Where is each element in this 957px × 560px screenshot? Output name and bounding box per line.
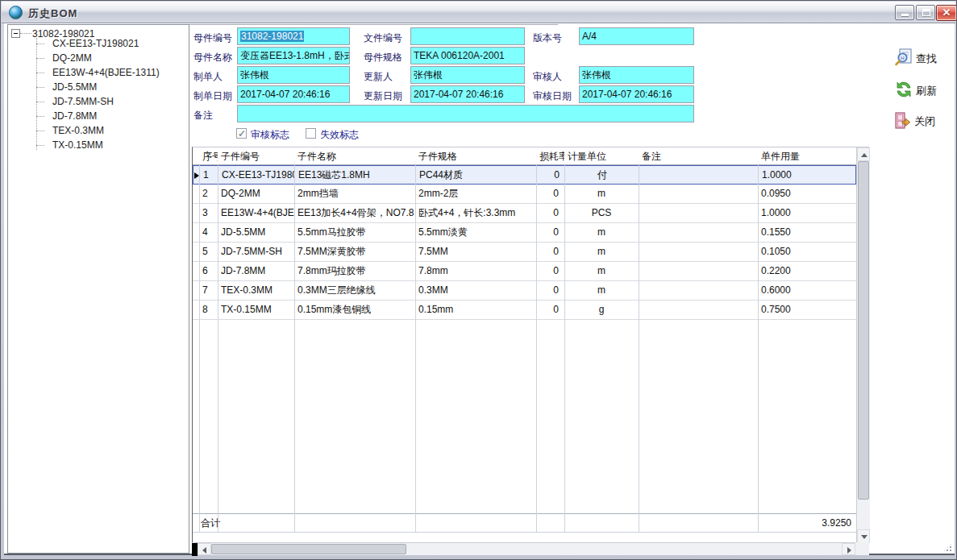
exit-button[interactable]: 关闭 [893, 110, 957, 131]
titlebar[interactable]: 历史BOM ✕ [2, 2, 955, 23]
invalid-flag-checkbox[interactable] [306, 128, 316, 139]
table-cell: 0 [536, 301, 564, 320]
table-cell: 8 [199, 301, 218, 320]
tree-item[interactable]: JD-5.5MM [36, 80, 160, 94]
minimize-button[interactable] [895, 5, 914, 20]
column-header[interactable]: 子件规格 [415, 147, 536, 165]
parent-spec-field[interactable]: TEKA 006120A-2001 [410, 47, 525, 64]
close-button[interactable]: ✕ [936, 5, 957, 21]
tree-item[interactable]: CX-EE13-TJ198021 [36, 36, 160, 51]
table-row[interactable]: 8TX-0.15MM0.15mm漆包铜线0.15mm0g0.7500 [193, 301, 856, 320]
parent-name-field[interactable]: 变压器EE13-1.8mH，卧式 [237, 47, 350, 64]
horizontal-scrollbar[interactable] [192, 542, 855, 555]
find-button[interactable]: H 查找 [894, 48, 957, 68]
review-flag-label: 审核标志 [251, 128, 289, 142]
svg-text:H: H [901, 56, 904, 60]
table-cell: 0.3MM三层绝缘线 [294, 281, 415, 301]
column-header[interactable]: 子件名称 [294, 147, 415, 165]
down-arrow-icon [861, 535, 868, 539]
table-cell: 0 [536, 262, 564, 281]
grid-line [536, 165, 537, 533]
table-cell: 0 [536, 185, 564, 204]
label-file-number: 文件编号 [364, 31, 402, 45]
grid-body: 序号子件编号子件名称子件规格损耗率计量单位备注单件用量 1CX-EE13-TJ1… [193, 147, 856, 543]
label-parent-number: 母件编号 [193, 31, 232, 45]
horizontal-scroll-thumb[interactable] [211, 544, 406, 554]
table-cell: 0.1550 [758, 223, 856, 243]
grid-line [199, 165, 200, 533]
table-cell: 1.0000 [758, 204, 856, 223]
table-cell: m [564, 262, 639, 281]
vertical-scroll-thumb[interactable] [858, 161, 869, 500]
column-header[interactable]: 子件编号 [218, 147, 294, 165]
vertical-scrollbar[interactable] [856, 147, 870, 543]
close-icon: ✕ [937, 6, 956, 19]
updater-field[interactable]: 张伟根 [410, 66, 525, 84]
table-row[interactable]: 2DQ-2MM2mm挡墙2mm-2层0m0.0950 [193, 185, 856, 204]
creator-field[interactable]: 张伟根 [237, 66, 350, 84]
table-row[interactable]: 3EE13W-4+4(BJEE-1311)EE13加长4+4骨架，NO7.8卧式… [193, 204, 856, 223]
label-reviewer: 审核人 [533, 70, 562, 84]
scroll-left-button[interactable] [198, 543, 211, 555]
table-cell [639, 243, 758, 262]
scroll-up-button[interactable] [857, 147, 870, 161]
minimize-icon [901, 14, 909, 16]
table-row[interactable]: 1CX-EE13-TJ198021EE13磁芯1.8MHPC44材质0付1.00… [193, 165, 856, 185]
tree-item[interactable]: EE13W-4+4(BJEE-1311) [36, 65, 160, 80]
table-cell: 0.3MM [415, 281, 536, 301]
column-header[interactable]: 序号 [199, 147, 218, 165]
create-date-field[interactable]: 2017-04-07 20:46:16 [237, 85, 350, 103]
scroll-right-button[interactable] [842, 543, 855, 555]
label-remarks: 备注 [193, 109, 213, 122]
tree-item[interactable]: JD-7.8MM [36, 109, 160, 123]
grid-line [639, 165, 639, 533]
scroll-down-button[interactable] [857, 529, 870, 543]
table-cell [639, 204, 758, 223]
table-row[interactable]: 5JD-7.5MM-SH7.5MM深黄胶带7.5MM0m0.1050 [193, 243, 856, 262]
table-cell: TEX-0.3MM [218, 281, 294, 301]
table-cell: JD-7.8MM [218, 262, 294, 281]
column-header[interactable]: 备注 [639, 147, 758, 165]
table-cell: 0.15mm漆包铜线 [294, 301, 415, 320]
window-title: 历史BOM [28, 6, 77, 21]
tree-connector [20, 33, 31, 34]
column-header[interactable]: 单件用量 [758, 147, 856, 165]
table-cell [639, 281, 758, 301]
table-row[interactable]: 6JD-7.8MM7.8mm玛拉胶带7.8mm0m0.2200 [193, 262, 856, 281]
grid-line [415, 165, 416, 533]
exit-button-label: 关闭 [914, 114, 935, 129]
tree-item[interactable]: DQ-2MM [36, 51, 160, 65]
table-cell: 0.15mm [415, 301, 536, 320]
parent-number-field[interactable]: 31082-198021 [237, 27, 350, 45]
review-date-field[interactable]: 2017-04-07 20:46:16 [579, 85, 694, 103]
label-version: 版本号 [533, 31, 562, 45]
table-cell: 6 [199, 262, 218, 281]
column-header[interactable]: 计量单位 [564, 147, 639, 165]
review-flag-checkbox[interactable]: ✓ [236, 128, 247, 139]
version-field[interactable]: A/4 [579, 27, 694, 45]
table-cell: m [564, 281, 639, 301]
refresh-icon [894, 80, 913, 99]
table-cell: g [564, 301, 639, 320]
tree-item[interactable]: TX-0.15MM [36, 138, 160, 152]
tree-collapse-toggle[interactable] [11, 29, 20, 38]
remarks-field[interactable] [237, 105, 694, 122]
reviewer-field[interactable]: 张伟根 [579, 66, 694, 84]
column-header[interactable]: 损耗率 [536, 147, 564, 165]
table-row[interactable]: 4JD-5.5MM5.5mm马拉胶带5.5mm淡黄0m0.1550 [193, 223, 856, 243]
table-cell: PCS [564, 204, 639, 223]
table-cell: 5 [199, 243, 218, 262]
update-date-field[interactable]: 2017-04-07 20:46:16 [410, 85, 525, 103]
table-row[interactable]: 7TEX-0.3MM0.3MM三层绝缘线0.3MM0m0.6000 [193, 281, 856, 301]
bom-tree-panel: 31082-198021 CX-EE13-TJ198021DQ-2MMEE13W… [7, 24, 189, 554]
refresh-button[interactable]: 刷新 [894, 80, 957, 101]
tree-item[interactable]: TEX-0.3MM [36, 123, 160, 138]
tree-item[interactable]: JD-7.5MM-SH [36, 94, 160, 109]
app-globe-icon [9, 6, 23, 19]
maximize-button[interactable] [916, 5, 935, 20]
table-cell: 5.5mm淡黄 [415, 223, 536, 243]
maximize-icon [922, 9, 930, 16]
history-bom-window: 历史BOM ✕ 31082-198021 CX-EE13-TJ198021DQ-… [0, 0, 957, 560]
table-cell: 7.5MM深黄胶带 [294, 243, 415, 262]
file-number-field[interactable] [410, 27, 525, 45]
